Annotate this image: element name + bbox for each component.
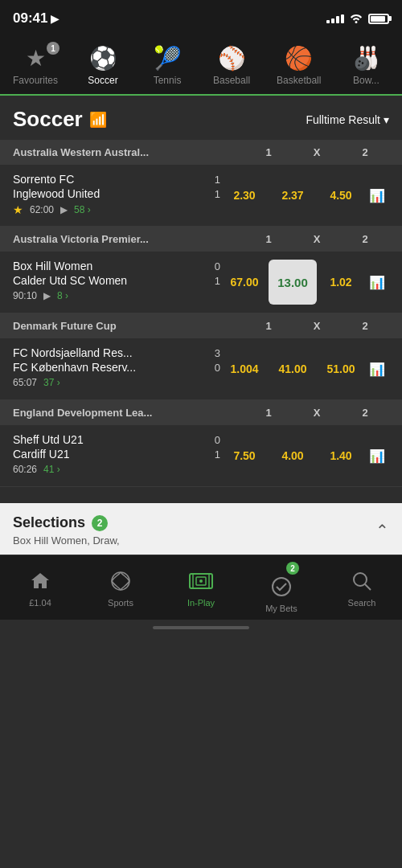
stats-icon[interactable]: 📊: [365, 260, 389, 305]
league-header-0: Australia Western Austral... 1 X 2: [0, 140, 402, 165]
selections-bar: Selections 2 Box Hill Women, Draw, ⌃: [0, 503, 402, 555]
match-market-count: 8 ›: [57, 290, 68, 301]
filter-label: Fulltime Result: [306, 113, 380, 126]
selections-label: Selections: [13, 514, 85, 531]
col-x: X: [293, 146, 341, 158]
soccer-icon: ⚽: [89, 45, 117, 72]
chevron-down-icon: ▾: [384, 113, 389, 126]
col-headers-0: 1 X 2: [244, 146, 389, 158]
col-1: 1: [244, 146, 293, 158]
page-header: Soccer 📶 Fulltime Result ▾: [0, 96, 402, 140]
sidebar-item-bowling[interactable]: 🎳 Bow...: [334, 42, 398, 94]
odd-1-button[interactable]: 1.004: [220, 346, 269, 391]
col-x: X: [293, 407, 341, 419]
search-icon: [351, 571, 372, 596]
match-info: Box Hill Women 0 Calder Utd SC Women 1 9…: [13, 260, 220, 305]
nav-item-search[interactable]: Search: [330, 567, 394, 611]
col-1: 1: [244, 233, 293, 245]
col-headers-1: 1 X 2: [244, 233, 389, 245]
team2-score: 1: [215, 188, 220, 200]
inplay-icon: [189, 571, 213, 596]
team2-name: Cardiff U21 1: [13, 448, 220, 461]
odd-2-button[interactable]: 1.02: [317, 260, 365, 305]
status-bar: 09:41 ▶: [0, 0, 402, 35]
match-row: Box Hill Women 0 Calder Utd SC Women 1 9…: [0, 252, 402, 313]
match-market-count: 41 ›: [43, 464, 60, 475]
odd-2-button[interactable]: 1.40: [317, 433, 365, 478]
signal-icon: [326, 14, 344, 23]
league-header-3: England Development Lea... 1 X 2: [0, 400, 402, 425]
sidebar-item-tennis[interactable]: 🎾 Tennis: [135, 42, 199, 94]
tv-icon: ▶: [43, 290, 51, 301]
team2-name: Calder Utd SC Women 1: [13, 274, 220, 287]
favourite-star-icon[interactable]: ★: [13, 203, 23, 216]
nav-item-sports[interactable]: Sports: [88, 567, 153, 611]
match-row: Sorrento FC 1 Inglewood United 1 ★ 62:00…: [0, 165, 402, 227]
basketball-icon: 🏀: [285, 45, 313, 72]
match-time: 65:07: [13, 377, 37, 388]
odd-2-button[interactable]: 51.00: [317, 346, 365, 391]
league-name-2: Denmark Future Cup: [13, 320, 117, 332]
col-1: 1: [244, 407, 293, 419]
odd-x-button[interactable]: 41.00: [269, 346, 317, 391]
stats-icon[interactable]: 📊: [365, 433, 389, 478]
odds-area: 7.50 4.00 1.40: [220, 433, 365, 478]
team2-name: Inglewood United 1: [13, 187, 220, 200]
col-2: 2: [341, 233, 389, 245]
match-meta: 60:26 41 ›: [13, 464, 220, 475]
col-headers-2: 1 X 2: [244, 320, 389, 332]
col-x: X: [293, 320, 341, 332]
col-1: 1: [244, 320, 293, 332]
home-price: £1.04: [29, 598, 51, 608]
team2-name: FC København Reserv... 0: [13, 361, 220, 374]
odds-area: 2.30 2.37 4.50: [220, 173, 365, 218]
league-name-3: England Development Lea...: [13, 407, 152, 419]
category-label-tennis: Tennis: [154, 75, 182, 86]
battery-icon: [368, 14, 389, 24]
favourites-badge: 1: [47, 42, 59, 55]
col-x: X: [293, 233, 341, 245]
match-meta: 65:07 37 ›: [13, 377, 220, 388]
stats-icon[interactable]: 📊: [365, 346, 389, 391]
team2-score: 1: [215, 275, 220, 287]
team1-score: 3: [215, 347, 220, 359]
wifi-icon: [349, 12, 363, 26]
odd-1-button[interactable]: 2.30: [220, 173, 269, 218]
nav-item-home[interactable]: £1.04: [8, 567, 72, 611]
chevron-up-icon[interactable]: ⌃: [375, 521, 389, 540]
col-headers-3: 1 X 2: [244, 407, 389, 419]
team1-name: Sorrento FC 1: [13, 173, 220, 186]
odd-x-button[interactable]: 13.00: [269, 260, 317, 305]
svg-point-5: [199, 579, 203, 583]
odd-x-button[interactable]: 2.37: [269, 173, 317, 218]
sidebar-item-favourites[interactable]: 1 ★ Favourites: [0, 42, 71, 94]
stats-icon[interactable]: 📊: [365, 173, 389, 218]
odd-1-button[interactable]: 67.00: [220, 260, 269, 305]
col-2: 2: [341, 407, 389, 419]
odd-x-button[interactable]: 4.00: [269, 433, 317, 478]
nav-label-inplay: In-Play: [187, 598, 215, 608]
match-info: Sorrento FC 1 Inglewood United 1 ★ 62:00…: [13, 173, 220, 218]
team1-name: Box Hill Women 0: [13, 260, 220, 272]
sidebar-item-soccer[interactable]: ⚽ Soccer: [71, 42, 135, 96]
bowling-icon: 🎳: [352, 45, 380, 72]
spacer: [0, 487, 402, 503]
baseball-icon: ⚾: [218, 45, 246, 72]
category-label-favourites: Favourites: [13, 75, 58, 86]
nav-item-mybets: My Bets: [249, 576, 314, 616]
match-info: Sheff Utd U21 0 Cardiff U21 1 60:26 41 ›: [13, 433, 220, 478]
odd-1-button[interactable]: 7.50: [220, 433, 269, 478]
match-meta: 90:10 ▶ 8 ›: [13, 290, 220, 301]
sidebar-item-baseball[interactable]: ⚾ Baseball: [199, 42, 264, 94]
league-header-2: Denmark Future Cup 1 X 2: [0, 313, 402, 338]
svg-line-8: [365, 584, 371, 590]
match-market-count: 58 ›: [74, 204, 91, 215]
sidebar-item-basketball[interactable]: 🏀 Basketball: [264, 42, 334, 94]
nav-label-mybets: My Bets: [265, 604, 297, 613]
nav-item-mybets-wrap[interactable]: 2 My Bets: [249, 562, 314, 616]
nav-item-inplay[interactable]: In-Play: [169, 567, 233, 611]
match-time: 60:26: [13, 464, 37, 475]
fulltime-filter-button[interactable]: Fulltime Result ▾: [306, 113, 389, 126]
mybets-badge: 2: [286, 562, 299, 575]
odd-2-button[interactable]: 4.50: [317, 173, 365, 218]
